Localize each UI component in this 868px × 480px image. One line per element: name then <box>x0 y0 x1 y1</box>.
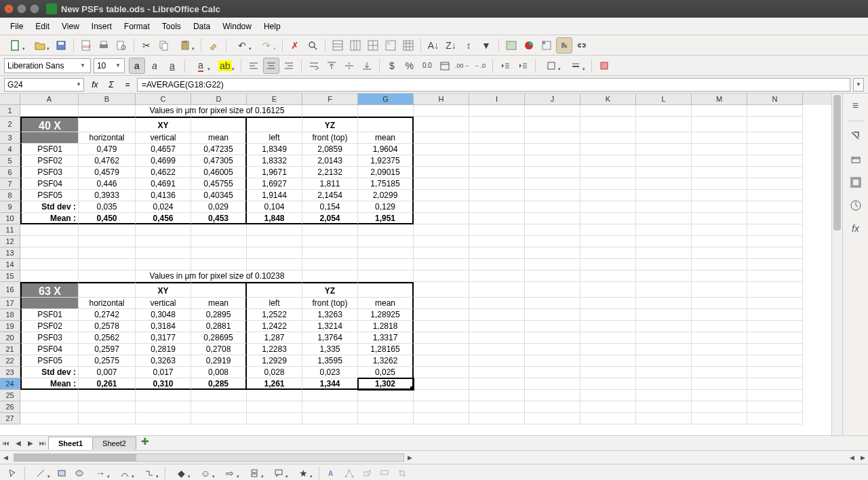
cell[interactable]: 0,2895 <box>191 309 247 321</box>
cell[interactable] <box>692 321 747 332</box>
col-header-G[interactable]: G <box>358 94 414 105</box>
cell[interactable] <box>525 344 580 355</box>
menu-tools[interactable]: Tools <box>156 20 187 33</box>
cell[interactable] <box>247 105 302 117</box>
print-preview-button[interactable] <box>113 37 130 54</box>
cell[interactable] <box>136 224 191 236</box>
fontwork-icon[interactable]: A <box>323 465 340 480</box>
cell[interactable] <box>79 282 136 298</box>
cell[interactable] <box>358 117 414 132</box>
row-header-10[interactable]: 10 <box>0 213 20 224</box>
row-header-13[interactable]: 13 <box>0 247 20 259</box>
cell[interactable] <box>692 201 747 213</box>
arrow-tool-icon[interactable]: → <box>89 465 112 480</box>
undo-button[interactable]: ↶ <box>231 37 254 54</box>
cell[interactable] <box>469 105 525 117</box>
basic-shapes-icon[interactable]: ◆ <box>170 465 193 480</box>
navigator-icon[interactable] <box>848 197 864 214</box>
maximize-icon[interactable]: □ <box>30 4 39 14</box>
cell[interactable]: XY <box>136 117 191 132</box>
cell[interactable] <box>747 309 803 321</box>
font-name-input[interactable] <box>4 58 91 73</box>
cell[interactable] <box>692 367 747 378</box>
sort-desc-button[interactable]: Z↓ <box>443 37 459 54</box>
cell[interactable] <box>692 259 747 271</box>
cell[interactable] <box>580 309 636 321</box>
add-decimal-button[interactable]: .00→ <box>454 58 471 74</box>
cell[interactable]: PSF01 <box>20 144 79 155</box>
cell[interactable] <box>469 144 525 155</box>
spreadsheet-grid[interactable]: ABCDEFGHIJKLMN1240 XXYYZ3horizontalverti… <box>0 94 831 424</box>
cell[interactable] <box>414 117 469 132</box>
cell[interactable] <box>79 117 136 132</box>
connector-tool-icon[interactable] <box>138 465 161 480</box>
cell[interactable] <box>580 298 636 309</box>
borders-button[interactable] <box>540 58 563 74</box>
cell[interactable] <box>636 201 692 213</box>
cell[interactable]: PSF04 <box>20 344 79 355</box>
cell[interactable]: 1,28925 <box>358 309 414 321</box>
cell[interactable] <box>636 213 692 224</box>
cell[interactable] <box>747 367 803 378</box>
cell[interactable] <box>302 413 358 424</box>
cell[interactable] <box>525 332 580 344</box>
cell[interactable]: 0,4579 <box>79 167 136 178</box>
cell-reference-input[interactable] <box>4 78 84 92</box>
cell[interactable] <box>636 309 692 321</box>
wrap-button[interactable] <box>306 58 322 74</box>
cell[interactable] <box>136 247 191 259</box>
cell[interactable] <box>692 144 747 155</box>
cell[interactable] <box>525 271 580 282</box>
sum-icon[interactable]: Σ <box>104 78 118 92</box>
vertical-scrollbar[interactable] <box>831 94 842 435</box>
gallery-icon[interactable] <box>848 174 864 191</box>
cell[interactable] <box>469 390 525 401</box>
cell[interactable] <box>469 201 525 213</box>
cell[interactable] <box>79 413 136 424</box>
cell[interactable] <box>302 271 358 282</box>
cell[interactable] <box>414 224 469 236</box>
cell[interactable] <box>747 413 803 424</box>
cell[interactable] <box>414 213 469 224</box>
col-header-I[interactable]: I <box>469 94 525 105</box>
cell[interactable] <box>469 117 525 132</box>
cell[interactable] <box>414 309 469 321</box>
cell[interactable] <box>525 401 580 413</box>
cell[interactable] <box>747 190 803 201</box>
last-sheet-button[interactable]: ⏭ <box>37 437 49 449</box>
align-vcenter-button[interactable] <box>341 58 357 74</box>
cell[interactable] <box>692 413 747 424</box>
cell[interactable] <box>414 132 469 144</box>
menu-data[interactable]: Data <box>187 20 216 33</box>
bold-button[interactable]: a <box>129 58 145 74</box>
cell[interactable] <box>580 367 636 378</box>
increase-indent-button[interactable] <box>515 58 531 74</box>
cell[interactable] <box>469 247 525 259</box>
cell[interactable] <box>247 401 302 413</box>
cell[interactable]: 0,446 <box>79 178 136 190</box>
border-style-button[interactable] <box>564 58 587 74</box>
line-tool-icon[interactable] <box>29 465 52 480</box>
row-header-17[interactable]: 17 <box>0 298 20 309</box>
cell[interactable]: 1,92375 <box>358 155 414 167</box>
cell[interactable] <box>747 282 803 298</box>
cell[interactable] <box>525 117 580 132</box>
cell[interactable] <box>414 167 469 178</box>
extension-button[interactable] <box>556 37 572 54</box>
cell[interactable] <box>358 390 414 401</box>
cell[interactable]: 1,3317 <box>358 332 414 344</box>
hscroll-right-icon[interactable]: ▶ <box>404 452 415 463</box>
cell[interactable]: 1,2522 <box>247 309 302 321</box>
cell[interactable]: 0,261 <box>79 378 136 390</box>
cell[interactable] <box>20 413 79 424</box>
callout-icon[interactable] <box>267 465 290 480</box>
col-header-A[interactable]: A <box>20 94 79 105</box>
cell[interactable] <box>469 132 525 144</box>
date-button[interactable] <box>437 58 453 74</box>
cell[interactable] <box>525 105 580 117</box>
cell[interactable] <box>358 271 414 282</box>
cell[interactable] <box>692 155 747 167</box>
cell[interactable] <box>747 259 803 271</box>
cell[interactable] <box>692 167 747 178</box>
cell[interactable] <box>414 344 469 355</box>
